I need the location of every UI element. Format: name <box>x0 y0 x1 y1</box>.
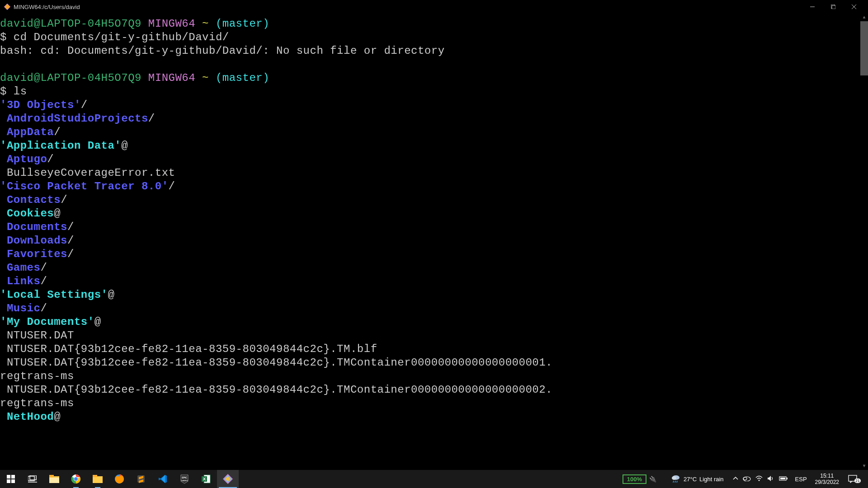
svg-point-39 <box>758 479 760 481</box>
svg-rect-4 <box>832 5 835 9</box>
folder-icon[interactable] <box>87 470 108 488</box>
svg-rect-10 <box>11 479 15 483</box>
svg-rect-42 <box>780 478 785 479</box>
svg-line-35 <box>675 481 675 483</box>
app-icon <box>4 3 11 10</box>
scrollbar[interactable]: ▲ ▼ <box>860 14 868 470</box>
clock[interactable]: 15:11 29/3/2022 <box>811 473 844 486</box>
scroll-up-button[interactable]: ▲ <box>860 14 868 21</box>
vscode-icon[interactable] <box>152 470 174 488</box>
start-button[interactable] <box>0 470 22 488</box>
firefox-icon[interactable] <box>108 470 130 488</box>
maximize-button[interactable] <box>823 0 844 14</box>
clock-date: 29/3/2022 <box>815 479 839 485</box>
weather-temp: 27°C <box>684 476 697 483</box>
charging-icon: 🔌 <box>649 476 656 483</box>
svg-text:X: X <box>203 477 206 481</box>
clock-time: 15:11 <box>815 473 839 479</box>
svg-text:GAMES: GAMES <box>181 479 188 482</box>
onedrive-icon[interactable] <box>743 476 751 483</box>
notification-count: 21 <box>854 479 861 483</box>
minimize-button[interactable] <box>802 0 823 14</box>
tray-chevron-icon[interactable] <box>733 476 738 483</box>
scroll-down-button[interactable]: ▼ <box>860 462 868 470</box>
svg-point-33 <box>672 476 676 480</box>
svg-rect-9 <box>7 479 10 483</box>
svg-rect-20 <box>93 476 103 483</box>
svg-point-38 <box>743 477 747 480</box>
weather-text: Light rain <box>699 476 723 483</box>
terminal-output[interactable]: david@LAPTOP-04H5O7Q9 MINGW64 ~ (master)… <box>0 14 868 470</box>
file-explorer-icon[interactable] <box>43 470 65 488</box>
window-controls <box>802 0 864 14</box>
excel-icon[interactable]: X <box>195 470 217 488</box>
svg-line-34 <box>673 481 674 483</box>
svg-line-36 <box>677 481 677 483</box>
taskbar-right: 100% 🔌 27°C Light rain ESP 15:11 29/3/20… <box>623 470 868 488</box>
window-title: MINGW64:/c/Users/david <box>14 4 802 10</box>
svg-rect-7 <box>7 475 10 479</box>
language-indicator[interactable]: ESP <box>792 476 811 483</box>
scrollbar-track[interactable] <box>860 21 868 462</box>
svg-rect-16 <box>49 478 59 483</box>
task-view-button[interactable] <box>22 470 43 488</box>
svg-text:EPIC: EPIC <box>182 476 187 479</box>
sublime-icon[interactable] <box>130 470 152 488</box>
system-tray[interactable] <box>729 475 792 483</box>
taskbar: EPICGAMES X 100% 🔌 27°C Light rain ESP <box>0 470 868 488</box>
scrollbar-thumb[interactable] <box>860 21 868 75</box>
svg-rect-21 <box>93 475 97 477</box>
taskbar-spacer <box>239 470 623 488</box>
weather-widget[interactable]: 27°C Light rain <box>671 474 724 485</box>
wifi-icon[interactable] <box>755 475 763 483</box>
chrome-icon[interactable] <box>65 470 87 488</box>
git-bash-icon[interactable] <box>217 470 239 488</box>
svg-point-19 <box>74 477 78 481</box>
notifications-button[interactable]: 21 <box>844 475 868 483</box>
svg-rect-41 <box>787 478 788 479</box>
svg-marker-0 <box>4 4 10 10</box>
volume-icon[interactable] <box>767 475 774 483</box>
svg-rect-8 <box>11 475 15 479</box>
svg-rect-15 <box>49 475 54 477</box>
close-button[interactable] <box>844 0 864 14</box>
titlebar: MINGW64:/c/Users/david <box>0 0 868 14</box>
epic-games-icon[interactable]: EPICGAMES <box>174 470 195 488</box>
battery-tray-icon[interactable] <box>779 476 788 483</box>
taskbar-left: EPICGAMES X <box>0 470 239 488</box>
weather-icon <box>671 474 681 485</box>
battery-indicator[interactable]: 100% <box>623 474 646 484</box>
